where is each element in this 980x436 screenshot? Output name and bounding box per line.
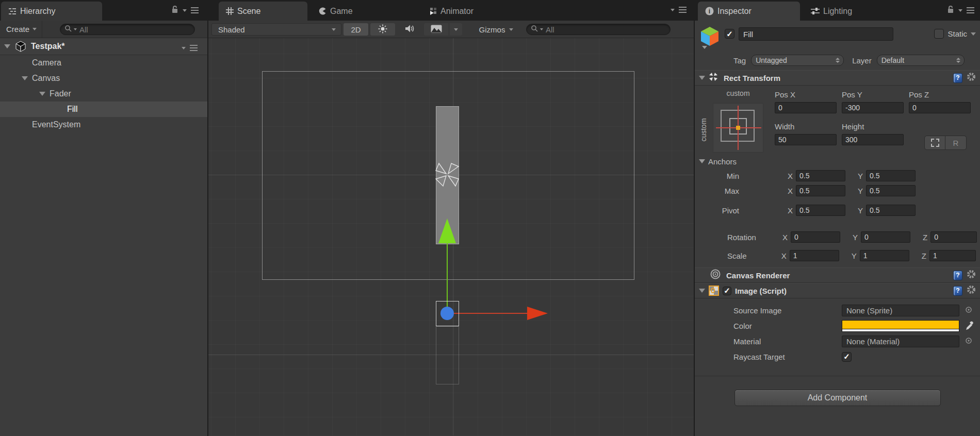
anchors-max-y-field[interactable] — [866, 185, 916, 196]
anchors-min-y-field[interactable] — [866, 170, 916, 181]
context-menu-icon[interactable] — [191, 6, 199, 15]
tab-animator-label: Animator — [440, 7, 473, 16]
tab-hierarchy[interactable]: Hierarchy — [1, 2, 102, 21]
axis-z-label: Z — [922, 251, 926, 260]
scene-viewport[interactable] — [208, 38, 694, 435]
anchors-min-x-field[interactable] — [796, 170, 845, 181]
blueprint-mode-button[interactable] — [924, 136, 945, 150]
raw-edit-mode-button[interactable]: R — [945, 136, 967, 150]
anchors-foldout-icon[interactable] — [699, 159, 705, 163]
scene-search-input[interactable] — [545, 25, 666, 35]
tab-lighting[interactable]: Lighting — [804, 2, 895, 21]
tab-lighting-label: Lighting — [823, 7, 852, 16]
gameobject-cube-icon[interactable] — [699, 25, 721, 51]
image-component-header[interactable]: ✓ Image (Script) ? — [695, 283, 980, 298]
tag-dropdown[interactable]: Untagged — [751, 55, 844, 66]
draw-mode-dropdown[interactable]: Shaded — [211, 23, 341, 36]
scene-row-menu — [182, 43, 198, 53]
pivot-x-field[interactable] — [796, 205, 845, 216]
context-menu-icon[interactable] — [679, 5, 687, 14]
help-icon[interactable]: ? — [953, 286, 962, 296]
hierarchy-scene-row[interactable]: Testpak* — [0, 38, 207, 55]
foldout-expanded-icon[interactable] — [699, 289, 705, 293]
dropdown-caret-icon[interactable] — [958, 9, 962, 12]
source-image-field[interactable]: None (Sprite) — [842, 305, 959, 316]
object-picker-icon[interactable] — [965, 337, 972, 346]
layer-dropdown[interactable]: Default — [877, 55, 965, 66]
rotation-x-field[interactable] — [791, 231, 840, 243]
component-enabled-checkbox[interactable]: ✓ — [723, 287, 731, 295]
alpha-bar — [842, 329, 959, 331]
foldout-expanded-icon[interactable] — [4, 44, 10, 48]
foldout-expanded-icon[interactable] — [22, 76, 28, 80]
static-checkbox[interactable] — [934, 29, 944, 39]
context-menu-icon[interactable] — [190, 43, 198, 53]
tab-inspector[interactable]: i Inspector — [698, 2, 800, 21]
pivot-handle[interactable] — [440, 307, 454, 320]
gameobject-name-field[interactable] — [739, 27, 893, 41]
lock-icon[interactable] — [171, 5, 178, 15]
gear-icon[interactable] — [967, 72, 976, 83]
lock-icon[interactable] — [947, 5, 954, 15]
context-menu-icon[interactable] — [967, 6, 974, 15]
height-field[interactable] — [842, 134, 904, 145]
canvas-renderer-header[interactable]: Canvas Renderer ? — [695, 267, 980, 283]
hierarchy-search-input[interactable] — [78, 25, 190, 35]
create-button[interactable]: Create — [0, 21, 42, 38]
anchors-max-x-field[interactable] — [796, 185, 845, 196]
pos-y-field[interactable] — [842, 102, 904, 113]
rotation-y-field[interactable] — [861, 231, 910, 243]
gear-icon[interactable] — [967, 270, 976, 281]
tab-scene[interactable]: Scene — [219, 2, 307, 21]
color-swatch[interactable] — [842, 321, 959, 329]
scene-lighting-toggle[interactable] — [370, 23, 395, 36]
foldout-expanded-icon[interactable] — [699, 76, 705, 80]
y-axis-arrow-handle[interactable] — [438, 219, 456, 243]
tab-game[interactable]: Game — [312, 2, 392, 21]
help-icon[interactable]: ? — [953, 73, 962, 83]
gear-icon[interactable] — [967, 285, 976, 296]
scene-name-label: Testpak* — [31, 42, 65, 51]
anchor-gizmo[interactable] — [434, 161, 461, 190]
scale-z-field[interactable] — [929, 250, 976, 261]
scene-search[interactable] — [526, 24, 671, 35]
color-field[interactable] — [842, 320, 959, 332]
dropdown-caret-icon[interactable] — [182, 47, 186, 49]
draw-mode-label: Shaded — [218, 25, 245, 34]
hierarchy-item-eventsystem[interactable]: EventSystem — [0, 117, 207, 132]
hierarchy-item-camera[interactable]: Camera — [0, 55, 207, 71]
rotation-z-field[interactable] — [930, 231, 977, 243]
dropdown-caret-icon[interactable] — [671, 9, 675, 11]
hierarchy-item-fader[interactable]: Fader — [0, 86, 207, 102]
object-picker-icon[interactable] — [965, 306, 972, 315]
2d-toggle-button[interactable]: 2D — [344, 23, 368, 36]
foldout-expanded-icon[interactable] — [39, 92, 45, 96]
hierarchy-search[interactable] — [60, 24, 195, 35]
scene-audio-toggle[interactable] — [397, 23, 422, 36]
effects-dropdown[interactable] — [449, 23, 462, 36]
x-axis-arrow-handle[interactable] — [527, 307, 548, 320]
hierarchy-item-fill[interactable]: Fill — [0, 102, 207, 117]
scale-x-field[interactable] — [790, 250, 839, 261]
active-checkbox[interactable]: ✓ — [725, 29, 734, 39]
effects-toggle[interactable] — [424, 23, 449, 36]
width-field[interactable] — [775, 134, 837, 145]
static-dropdown-icon[interactable] — [971, 32, 976, 36]
help-icon[interactable]: ? — [953, 271, 962, 280]
tab-animator[interactable]: Animator — [422, 2, 514, 21]
eyedropper-icon[interactable] — [965, 320, 973, 332]
pos-z-field[interactable] — [909, 102, 971, 113]
pivot-y-field[interactable] — [866, 205, 916, 216]
rect-transform-header[interactable]: Rect Transform ? — [695, 70, 980, 86]
search-filter-caret-icon — [540, 28, 543, 30]
hierarchy-item-canvas[interactable]: Canvas — [0, 71, 207, 86]
raycast-target-checkbox[interactable]: ✓ — [842, 352, 852, 362]
material-field[interactable]: None (Material) — [842, 336, 959, 347]
anchor-preset-widget[interactable] — [713, 103, 763, 153]
dropdown-caret-icon[interactable] — [183, 9, 187, 12]
add-component-button[interactable]: Add Component — [734, 390, 941, 406]
pos-x-field[interactable] — [775, 102, 837, 113]
sun-icon — [378, 24, 387, 35]
gizmos-dropdown[interactable]: Gizmos — [472, 23, 520, 36]
scale-y-field[interactable] — [860, 250, 909, 261]
